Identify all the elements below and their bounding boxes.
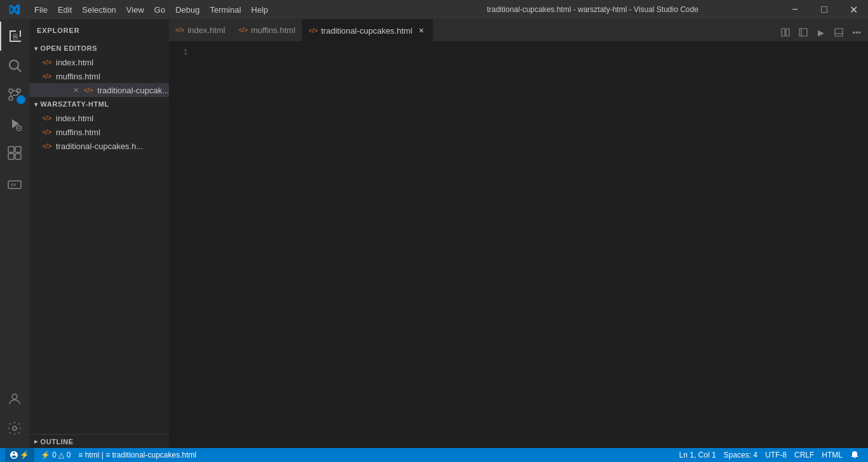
open-editor-traditional-label: traditional-cupcak... — [97, 86, 169, 95]
more-actions-button[interactable]: ••• — [848, 23, 865, 41]
run-button[interactable]: ▶ — [812, 23, 830, 41]
tab-traditional-html-icon: </> — [309, 27, 317, 34]
workspace-index-html[interactable]: </> index.html — [29, 111, 169, 125]
sidebar-spacer — [29, 153, 169, 434]
status-right: Ln 1, Col 1 Spaces: 4 UTF-8 CRLF HTML — [676, 448, 863, 462]
indentation-label: Spaces: 4 — [724, 451, 758, 459]
split-editor-button[interactable] — [777, 23, 794, 41]
outline-label: Outline — [41, 438, 74, 446]
tab-traditional-html[interactable]: </> traditional-cupcakes.html ✕ — [302, 19, 433, 41]
accounts-activity-icon[interactable] — [0, 385, 29, 414]
line-number-1: 1 — [169, 46, 188, 58]
open-editor-index-html[interactable]: </> index.html — [29, 55, 169, 69]
svg-point-22 — [13, 426, 17, 430]
remote-activity-icon[interactable] — [0, 170, 29, 199]
svg-point-9 — [9, 89, 13, 93]
settings-activity-icon[interactable] — [0, 414, 29, 443]
tab-index-html-icon: </> — [175, 27, 184, 34]
editor-content: 1 — [169, 41, 868, 448]
outline-section-header[interactable]: ▸ Outline — [29, 434, 169, 448]
open-editors-chevron: ▾ — [34, 45, 38, 52]
code-area[interactable] — [194, 41, 868, 448]
toggle-sidebar-button[interactable] — [794, 23, 812, 41]
close-button[interactable]: ✕ — [839, 0, 868, 19]
workspace-muffins-label: muffins.html — [56, 128, 100, 137]
open-editor-muffins-html[interactable]: </> muffins.html — [29, 69, 169, 83]
workspace-traditional-html[interactable]: </> traditional-cupcakes.h... — [29, 139, 169, 153]
line-ending-item[interactable]: CRLF — [791, 448, 818, 462]
run-activity-icon[interactable] — [0, 109, 29, 138]
workspace-muffins-html[interactable]: </> muffins.html — [29, 125, 169, 139]
open-editor-traditional-html[interactable]: ✕ </> traditional-cupcak... — [29, 83, 169, 97]
svg-rect-14 — [8, 147, 14, 152]
search-activity-icon[interactable] — [0, 51, 29, 80]
menu-go[interactable]: Go — [149, 0, 170, 19]
encoding-item[interactable]: UTF-8 — [761, 448, 791, 462]
explorer-header: Explorer — [29, 19, 169, 41]
tab-bar-actions: ▶ ••• — [777, 23, 868, 41]
tab-index-html-label: index.html — [187, 25, 225, 35]
workspace-html-icon-1: </> — [42, 113, 52, 123]
open-editors-label: Open Editors — [41, 44, 98, 52]
breadcrumb-item[interactable]: ≡ html | ≡ traditional-cupcakes.html — [74, 448, 200, 462]
title-bar: File Edit Selection View Go Debug Termin… — [0, 0, 868, 19]
breadcrumb-label: ≡ html | ≡ traditional-cupcakes.html — [78, 451, 196, 459]
svg-point-21 — [12, 394, 17, 399]
indentation-item[interactable]: Spaces: 4 — [720, 448, 761, 462]
errors-warnings-item[interactable]: ⚡ 0 △ 0 — [37, 448, 74, 462]
tab-muffins-html-label: muffins.html — [251, 25, 295, 35]
tab-bar: </> index.html </> muffins.html </> trad… — [169, 19, 868, 41]
tab-muffins-html[interactable]: </> muffins.html — [232, 19, 302, 41]
menu-help[interactable]: Help — [246, 0, 274, 19]
notifications-item[interactable] — [846, 448, 863, 462]
svg-rect-25 — [799, 29, 807, 36]
explorer-activity-icon[interactable]: ⎘ — [0, 22, 29, 51]
svg-rect-1 — [10, 30, 11, 42]
toggle-panel-button[interactable] — [830, 23, 848, 41]
menu-terminal[interactable]: Terminal — [204, 0, 246, 19]
html-file-icon-2: </> — [42, 71, 52, 81]
editor-area: </> index.html </> muffins.html </> trad… — [169, 19, 868, 448]
open-editor-muffins-label: muffins.html — [56, 72, 100, 81]
menu-selection[interactable]: Selection — [77, 0, 121, 19]
tab-muffins-html-icon: </> — [239, 27, 248, 34]
workspace-chevron: ▾ — [34, 101, 38, 108]
svg-rect-17 — [15, 154, 21, 159]
workspace-html-icon-3: </> — [42, 141, 52, 151]
errors-warnings-label: ⚡ 0 △ 0 — [41, 451, 70, 459]
open-editors-section-header[interactable]: ▾ Open Editors — [29, 41, 169, 55]
tab-traditional-html-label: traditional-cupcakes.html — [321, 26, 413, 36]
menu-view[interactable]: View — [121, 0, 149, 19]
line-numbers: 1 — [169, 41, 194, 448]
window-title: traditional-cupcakes.html - warsztaty-ht… — [405, 5, 781, 14]
tab-traditional-html-close[interactable]: ✕ — [416, 25, 426, 36]
workspace-html-icon-2: </> — [42, 127, 52, 137]
extensions-activity-icon[interactable] — [0, 138, 29, 168]
language-mode-label: HTML — [822, 451, 843, 459]
html-file-icon-3: </> — [83, 85, 93, 95]
minimize-button[interactable]: − — [780, 0, 810, 19]
cursor-position-item[interactable]: Ln 1, Col 1 — [676, 448, 720, 462]
status-bar: ⚡ ⚡ 0 △ 0 ≡ html | ≡ traditional-cupcake… — [0, 448, 868, 462]
menu-file[interactable]: File — [29, 0, 53, 19]
menu-edit[interactable]: Edit — [53, 0, 77, 19]
main-layout: ⎘ Explorer ▾ — [0, 19, 868, 448]
svg-point-8 — [9, 96, 13, 100]
activity-bar-bottom — [0, 385, 29, 448]
maximize-button[interactable]: □ — [810, 0, 839, 19]
source-control-activity-icon[interactable] — [0, 80, 29, 109]
svg-rect-16 — [8, 154, 14, 159]
open-editor-index-label: index.html — [56, 58, 93, 67]
menu-debug[interactable]: Debug — [170, 0, 204, 19]
line-ending-label: CRLF — [794, 451, 814, 459]
workspace-folder-section-header[interactable]: ▾ WARSZTATY-HTML — [29, 97, 169, 111]
outline-chevron: ▸ — [34, 438, 38, 445]
workspace-folder-label: WARSZTATY-HTML — [41, 100, 109, 108]
svg-rect-24 — [786, 29, 789, 36]
tab-index-html[interactable]: </> index.html — [169, 19, 232, 41]
open-editor-close-icon[interactable]: ✕ — [70, 85, 81, 95]
remote-status-item[interactable]: ⚡ — [5, 448, 34, 462]
workspace-traditional-label: traditional-cupcakes.h... — [56, 142, 143, 151]
cursor-position-label: Ln 1, Col 1 — [679, 451, 716, 459]
language-mode-item[interactable]: HTML — [818, 448, 846, 462]
